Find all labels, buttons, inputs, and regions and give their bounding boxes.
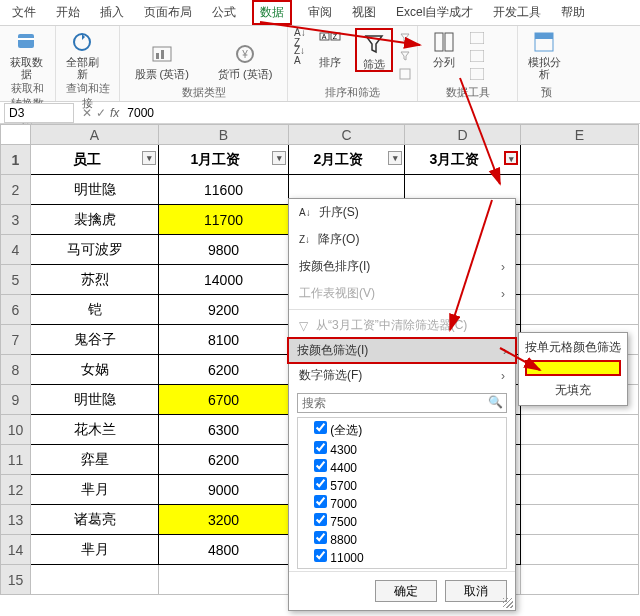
row-header[interactable]: 12	[1, 475, 31, 505]
filter-search-input[interactable]	[297, 393, 507, 413]
get-data-button[interactable]: 获取数 据	[6, 28, 46, 80]
filter-value-list[interactable]: (全选) 4300 4400 5700 7000 7500 8800 11000	[297, 417, 507, 569]
tab-insert[interactable]: 插入	[96, 0, 128, 25]
cell[interactable]: 铠	[31, 295, 159, 325]
row-header[interactable]: 11	[1, 445, 31, 475]
tab-view[interactable]: 视图	[348, 0, 380, 25]
cell[interactable]: 6200	[159, 445, 289, 475]
whatif-button[interactable]: 模拟分析	[524, 28, 564, 80]
row-header[interactable]: 15	[1, 565, 31, 595]
cell[interactable]: 明世隐	[31, 175, 159, 205]
validation-button[interactable]	[470, 66, 484, 82]
filter-check-item[interactable]: 7000	[302, 494, 502, 512]
cell[interactable]	[521, 445, 639, 475]
cell[interactable]: 芈月	[31, 535, 159, 565]
enter-formula-button[interactable]: ✓	[96, 106, 106, 120]
cell[interactable]: 6300	[159, 415, 289, 445]
cell[interactable]: 女娲	[31, 355, 159, 385]
cell[interactable]	[521, 295, 639, 325]
fx-icon[interactable]: fx	[110, 106, 119, 120]
filter-check-item[interactable]: 5700	[302, 476, 502, 494]
tab-data[interactable]: 数据	[252, 0, 292, 25]
cell[interactable]	[521, 505, 639, 535]
tab-review[interactable]: 审阅	[304, 0, 336, 25]
cell[interactable]: 9000	[159, 475, 289, 505]
sort-asc-button[interactable]: A↓Z	[294, 30, 306, 46]
formula-input[interactable]: 7000	[123, 104, 640, 122]
col-header-B[interactable]: B	[159, 125, 289, 145]
row-header[interactable]: 10	[1, 415, 31, 445]
remove-dup-button[interactable]	[470, 48, 484, 64]
cell[interactable]	[521, 205, 639, 235]
ok-button[interactable]: 确定	[375, 580, 437, 602]
sort-desc-item[interactable]: Z↓降序(O)	[289, 226, 515, 253]
currency-button[interactable]: ¥ 货币 (英语)	[210, 43, 282, 82]
cell[interactable]: 3月工资▾	[405, 145, 521, 175]
stocks-button[interactable]: 股票 (英语)	[126, 43, 198, 82]
filter-check-item[interactable]: 4400	[302, 458, 502, 476]
cancel-formula-button[interactable]: ✕	[82, 106, 92, 120]
resize-grip[interactable]	[503, 598, 513, 608]
cell[interactable]: 弈星	[31, 445, 159, 475]
filter-dropdown-icon[interactable]: ▾	[142, 151, 156, 165]
cell[interactable]: 芈月	[31, 475, 159, 505]
cell[interactable]: 诸葛亮	[31, 505, 159, 535]
cell[interactable]: 马可波罗	[31, 235, 159, 265]
reapply-button[interactable]	[399, 48, 411, 64]
row-header[interactable]: 14	[1, 535, 31, 565]
tab-home[interactable]: 开始	[52, 0, 84, 25]
row-header[interactable]: 2	[1, 175, 31, 205]
col-header-D[interactable]: D	[405, 125, 521, 145]
filter-check-all[interactable]: (全选)	[302, 420, 502, 440]
filter-check-item[interactable]: 11000	[302, 548, 502, 566]
filter-check-item[interactable]: 4300	[302, 440, 502, 458]
cell[interactable]: 明世隐	[31, 385, 159, 415]
clear-filter-button[interactable]	[399, 30, 411, 46]
row-header[interactable]: 6	[1, 295, 31, 325]
filter-by-color-item[interactable]: 按颜色筛选(I)›	[287, 337, 517, 364]
sort-by-color-item[interactable]: 按颜色排序(I)›	[289, 253, 515, 280]
row-header[interactable]: 4	[1, 235, 31, 265]
cell[interactable]	[521, 415, 639, 445]
cell[interactable]	[521, 145, 639, 175]
cell[interactable]: 14000	[159, 265, 289, 295]
cell[interactable]: 8100	[159, 325, 289, 355]
filter-dropdown-icon[interactable]: ▾	[388, 151, 402, 165]
sort-button[interactable]: AZ 排序	[312, 28, 350, 68]
cancel-button[interactable]: 取消	[445, 580, 507, 602]
select-all-corner[interactable]	[1, 125, 31, 145]
cell[interactable]: 9200	[159, 295, 289, 325]
cell[interactable]	[521, 265, 639, 295]
tab-dev[interactable]: 开发工具	[489, 0, 545, 25]
cell[interactable]: 11600	[159, 175, 289, 205]
tab-layout[interactable]: 页面布局	[140, 0, 196, 25]
cell[interactable]: 9800	[159, 235, 289, 265]
flash-fill-button[interactable]	[470, 30, 484, 46]
cell[interactable]: 花木兰	[31, 415, 159, 445]
number-filter-item[interactable]: 数字筛选(F)›	[289, 362, 515, 389]
cell[interactable]: 1月工资▾	[159, 145, 289, 175]
row-header[interactable]: 5	[1, 265, 31, 295]
row-header[interactable]: 9	[1, 385, 31, 415]
cell[interactable]: 4800	[159, 535, 289, 565]
cell[interactable]: 6200	[159, 355, 289, 385]
row-header[interactable]: 1	[1, 145, 31, 175]
tab-help[interactable]: 帮助	[557, 0, 589, 25]
row-header[interactable]: 8	[1, 355, 31, 385]
refresh-all-button[interactable]: 全部刷新	[62, 28, 102, 80]
tab-selfstudy[interactable]: Excel自学成才	[392, 0, 477, 25]
color-swatch-yellow[interactable]	[525, 360, 621, 376]
col-header-C[interactable]: C	[289, 125, 405, 145]
text-to-columns-button[interactable]: 分列	[424, 28, 464, 68]
tab-formula[interactable]: 公式	[208, 0, 240, 25]
cell[interactable]	[521, 475, 639, 505]
advanced-button[interactable]	[399, 66, 411, 82]
row-header[interactable]: 3	[1, 205, 31, 235]
name-box[interactable]: D3	[4, 103, 74, 123]
cell[interactable]	[521, 535, 639, 565]
cell[interactable]: 3200	[159, 505, 289, 535]
cell[interactable]	[521, 175, 639, 205]
col-header-A[interactable]: A	[31, 125, 159, 145]
sort-desc-button[interactable]: Z↓A	[294, 48, 306, 64]
no-fill-item[interactable]: 无填充	[525, 380, 621, 401]
